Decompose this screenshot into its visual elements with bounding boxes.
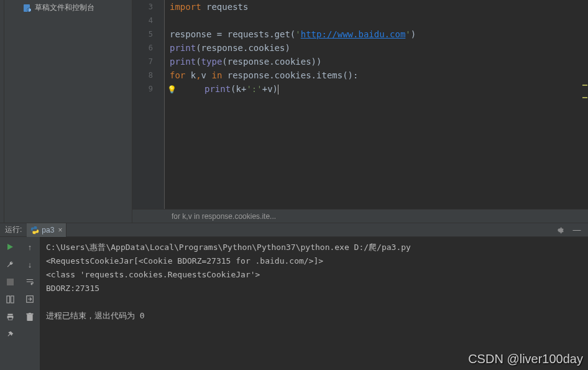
- token: for: [170, 70, 185, 80]
- rerun-button[interactable]: [4, 241, 16, 253]
- code-line[interactable]: import requests: [170, 0, 588, 14]
- line-number[interactable]: 4: [132, 14, 164, 27]
- code-line[interactable]: 💡 print(k+':'+v): [170, 82, 588, 96]
- minimize-icon[interactable]: —: [571, 224, 583, 236]
- token: in: [211, 70, 222, 80]
- token: +v): [262, 84, 278, 94]
- line-number[interactable]: 5: [132, 27, 164, 41]
- token: k: [185, 70, 196, 80]
- layout-icon[interactable]: [4, 293, 16, 305]
- caret: [278, 85, 278, 95]
- wrap-icon[interactable]: [24, 275, 36, 288]
- scratch-icon: [23, 4, 32, 12]
- breadcrumb-bar[interactable]: for k,v in response.cookies.ite...: [132, 209, 588, 223]
- editor[interactable]: 3456789 import requestsresponse = reques…: [132, 0, 588, 223]
- svg-rect-11: [26, 313, 33, 314]
- scratch-files-node[interactable]: 草稿文件和控制台: [4, 1, 132, 14]
- token: print: [170, 57, 196, 67]
- svg-rect-5: [11, 295, 14, 302]
- line-number[interactable]: 8: [132, 68, 164, 82]
- run-toolbar: ↑ ↓: [0, 237, 40, 370]
- code-line[interactable]: [170, 14, 588, 27]
- close-tab-button[interactable]: ×: [57, 226, 63, 234]
- stop-button[interactable]: [4, 275, 16, 288]
- svg-rect-12: [29, 313, 31, 313]
- intention-bulb-icon[interactable]: 💡: [167, 85, 181, 94]
- print-icon[interactable]: [4, 310, 16, 323]
- token: requests: [206, 2, 248, 12]
- token: print: [204, 84, 231, 94]
- svg-rect-4: [6, 295, 9, 302]
- token: [183, 84, 204, 94]
- wrench-icon[interactable]: [4, 258, 16, 271]
- line-number[interactable]: 3: [132, 0, 164, 14]
- token: ': [295, 29, 300, 39]
- code-surface[interactable]: import requestsresponse = requests.get('…: [165, 0, 588, 209]
- line-gutter: 3456789: [132, 0, 165, 209]
- warning-mark[interactable]: [582, 85, 587, 86]
- token: [201, 2, 206, 12]
- pin-icon[interactable]: [4, 328, 16, 340]
- python-icon: [30, 226, 39, 234]
- run-label: 运行:: [0, 224, 27, 235]
- run-header: 运行: pa3 × —: [0, 223, 588, 237]
- run-panel: 运行: pa3 × —: [0, 223, 588, 370]
- line-number[interactable]: 7: [132, 55, 164, 68]
- token: ): [411, 29, 416, 39]
- token: ,: [196, 70, 201, 80]
- token: type: [201, 57, 223, 67]
- up-arrow-icon[interactable]: ↑: [24, 241, 36, 253]
- code-line[interactable]: print(response.cookies): [170, 41, 588, 55]
- run-body: ↑ ↓ C:\Users\惠普\AppData\Local\Programs\P…: [0, 237, 588, 370]
- svg-rect-6: [7, 313, 12, 315]
- token: print: [170, 43, 196, 53]
- scroll-icon[interactable]: [24, 293, 36, 305]
- run-tab[interactable]: pa3 ×: [27, 223, 67, 237]
- scratch-files-label: 草稿文件和控制台: [35, 2, 94, 13]
- line-number[interactable]: 9: [132, 82, 164, 96]
- breadcrumb-text: for k,v in response.cookies.ite...: [172, 212, 276, 221]
- token: ':': [246, 84, 262, 94]
- gear-icon[interactable]: [553, 224, 566, 236]
- token: import: [170, 2, 201, 12]
- token: http://www.baidu.com: [301, 29, 406, 39]
- error-stripe[interactable]: [582, 0, 588, 208]
- svg-rect-8: [8, 317, 12, 320]
- svg-rect-3: [7, 279, 14, 285]
- project-panel[interactable]: 草稿文件和控制台: [4, 0, 132, 223]
- token: (: [196, 57, 201, 67]
- svg-rect-10: [27, 314, 32, 320]
- warning-mark[interactable]: [582, 97, 587, 98]
- token: ': [405, 29, 410, 39]
- code-line[interactable]: print(type(response.cookies)): [170, 55, 588, 68]
- code-line[interactable]: for k,v in response.cookies.items():: [170, 68, 588, 82]
- token: (k+: [231, 84, 246, 94]
- line-number[interactable]: 6: [132, 41, 164, 55]
- trash-icon[interactable]: [24, 310, 36, 323]
- left-gutter-bar: [0, 0, 4, 223]
- token: response = requests.get(: [170, 29, 295, 39]
- down-arrow-icon[interactable]: ↓: [24, 258, 36, 271]
- token: (response.cookies): [196, 43, 290, 53]
- editor-section: 草稿文件和控制台 3456789 import requestsresponse…: [0, 0, 588, 223]
- token: response.cookies.items():: [222, 70, 358, 80]
- run-tab-label: pa3: [42, 226, 54, 234]
- token: v: [201, 70, 212, 80]
- code-line[interactable]: response = requests.get('http://www.baid…: [170, 27, 588, 41]
- token: (response.cookies)): [222, 57, 321, 67]
- console-output[interactable]: C:\Users\惠普\AppData\Local\Programs\Pytho…: [40, 237, 588, 370]
